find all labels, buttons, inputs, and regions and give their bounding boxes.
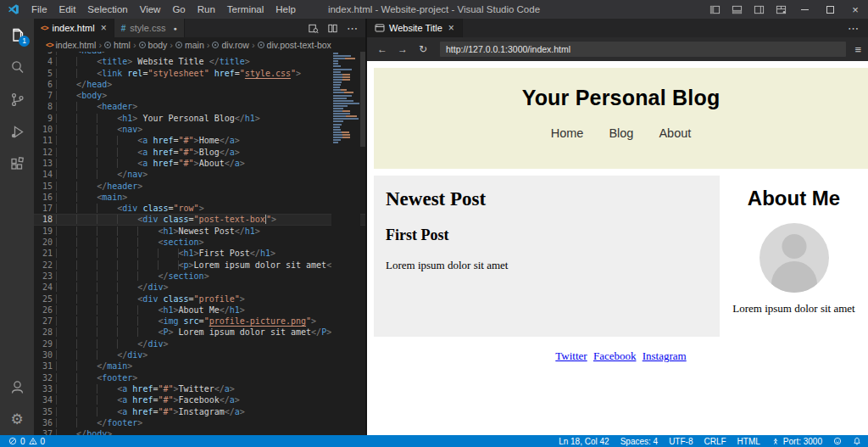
code-line-33[interactable]: 33 <a href="#">Twitter</a>: [34, 383, 365, 394]
menu-view[interactable]: View: [134, 4, 167, 14]
code-line-9[interactable]: 9 <h1> Your Personal Blog</h1>: [34, 113, 365, 124]
code-line-19[interactable]: 19 <h1>Newest Post</h1>: [34, 226, 365, 237]
tab-website-title[interactable]: Website Title ×: [367, 19, 463, 37]
code-line-26[interactable]: 26 <h1>About Me</h1>: [34, 305, 365, 316]
sidebar-item-explorer[interactable]: 1: [0, 19, 34, 51]
code-line-27[interactable]: 27 <img src="profile-picture.png">: [34, 316, 365, 327]
tab-style-css[interactable]: # style.css ●: [114, 19, 185, 37]
line-number: 12: [34, 147, 56, 158]
code-line-10[interactable]: 10 <nav>: [34, 124, 365, 135]
code-line-20[interactable]: 20 <section>: [34, 237, 365, 248]
sidebar-item-search[interactable]: [0, 51, 34, 83]
url-input[interactable]: [440, 42, 846, 57]
menu-terminal[interactable]: Terminal: [221, 4, 270, 14]
code-line-35[interactable]: 35 <a href="#">Instagram</a>: [34, 406, 365, 417]
code-line-30[interactable]: 30 </div>: [34, 349, 365, 360]
more-actions-icon[interactable]: ⋯: [347, 22, 359, 35]
footer-link-facebook[interactable]: Facebook: [593, 349, 637, 362]
split-editor-icon[interactable]: [327, 23, 338, 34]
code-line-25[interactable]: 25 <div class="profile">: [34, 293, 365, 305]
close-icon[interactable]: ×: [448, 22, 454, 34]
close-icon[interactable]: ×: [101, 22, 107, 34]
breadcrumb-main[interactable]: main: [175, 40, 204, 50]
modified-dot-icon[interactable]: ●: [173, 25, 176, 31]
code-line-34[interactable]: 34 <a href="#">Facebook</a>: [34, 394, 365, 405]
code-text: </div>: [56, 338, 168, 349]
code-line-36[interactable]: 36 </footer>: [34, 417, 365, 428]
code-line-5[interactable]: 5 <link rel="stylesheet" href="style.css…: [34, 68, 365, 79]
footer-link-twitter[interactable]: Twitter: [555, 349, 587, 362]
code-line-16[interactable]: 16 <main>: [34, 192, 365, 203]
status-ln-18-col-42[interactable]: Ln 18, Col 42: [559, 437, 609, 446]
breadcrumb-body[interactable]: body: [139, 40, 168, 50]
status-crlf[interactable]: CRLF: [704, 437, 726, 446]
code-line-13[interactable]: 13 <a href="#">About</a>: [34, 158, 365, 169]
minimize-button[interactable]: [792, 0, 817, 19]
open-preview-icon[interactable]: [308, 23, 319, 34]
toggle-secondary-sidebar-icon[interactable]: [748, 0, 770, 19]
maximize-button[interactable]: [817, 0, 843, 19]
sidebar-item-source-control[interactable]: [0, 83, 34, 115]
code-line-23[interactable]: 23 </section>: [34, 271, 365, 282]
code-line-24[interactable]: 24 </div>: [34, 282, 365, 293]
back-icon[interactable]: ←: [374, 43, 391, 55]
sidebar-item-extensions[interactable]: [0, 148, 34, 180]
code-line-4[interactable]: 4 <title> Website Title </title>: [34, 56, 365, 67]
breadcrumb-div-post-text-box[interactable]: div.post-text-box: [258, 40, 331, 50]
breadcrumb-index-html[interactable]: <>index.html: [46, 40, 96, 50]
code-line-8[interactable]: 8 <header>: [34, 101, 365, 112]
toggle-sidebar-icon[interactable]: [704, 0, 726, 19]
code-line-17[interactable]: 17 <div class="row">: [34, 203, 365, 214]
code-line-32[interactable]: 32 <footer>: [34, 372, 365, 383]
code-line-29[interactable]: 29 </div>: [34, 338, 365, 349]
code-editor[interactable]: 3 <head>4 <title> Website Title </title>…: [34, 52, 365, 435]
code-line-6[interactable]: 6 </head>: [34, 79, 365, 90]
menu-go[interactable]: Go: [166, 4, 191, 14]
minimap[interactable]: [331, 52, 360, 435]
forward-icon[interactable]: →: [394, 43, 411, 55]
status-spaces-4[interactable]: Spaces: 4: [620, 437, 658, 446]
page-nav-blog[interactable]: Blog: [609, 126, 633, 140]
code-line-18[interactable]: 18 <div class="post-text-box">: [34, 214, 365, 225]
more-actions-icon[interactable]: ⋯: [848, 22, 868, 35]
code-line-31[interactable]: 31 </main>: [34, 360, 365, 372]
code-line-22[interactable]: 22 <p>Lorem ipsum dolor sit amet</p>: [34, 260, 365, 271]
close-window-button[interactable]: ×: [843, 0, 868, 19]
code-line-7[interactable]: 7 <body>: [34, 90, 365, 101]
code-line-37[interactable]: 37 </body>: [34, 428, 365, 435]
menu-help[interactable]: Help: [270, 4, 302, 14]
browser-menu-icon[interactable]: ≡: [854, 43, 861, 56]
code-line-14[interactable]: 14 </nav>: [34, 169, 365, 180]
chevron-right-icon: ›: [170, 40, 173, 50]
code-line-12[interactable]: 12 <a href="#">Blog</a>: [34, 147, 365, 158]
breadcrumb-html[interactable]: html: [104, 40, 131, 50]
code-line-28[interactable]: 28 <P> Lorem ipsum dolor sit amet</P>: [34, 327, 365, 338]
page-nav-home[interactable]: Home: [551, 126, 584, 140]
reload-icon[interactable]: ↻: [415, 43, 431, 55]
status-utf-8[interactable]: UTF-8: [669, 437, 693, 446]
code-line-11[interactable]: 11 <a href="#">Home</a>: [34, 135, 365, 146]
sidebar-item-run-debug[interactable]: [0, 115, 34, 148]
settings-button[interactable]: ⚙: [0, 403, 34, 435]
feedback-icon[interactable]: [833, 437, 842, 445]
tab-index-html[interactable]: <> index.html ×: [34, 19, 114, 37]
menu-edit[interactable]: Edit: [53, 4, 82, 14]
accounts-button[interactable]: [0, 371, 34, 403]
customize-layout-icon[interactable]: [770, 0, 792, 19]
breadcrumb-div-row[interactable]: div.row: [212, 40, 248, 50]
minimap-line: [333, 108, 343, 109]
page-nav-about[interactable]: About: [659, 126, 691, 140]
toggle-panel-icon[interactable]: [726, 0, 748, 19]
status-html[interactable]: HTML: [737, 437, 760, 446]
editor-scrollbar[interactable]: [360, 52, 365, 147]
menu-file[interactable]: File: [25, 4, 53, 14]
status-port-3000[interactable]: Port: 3000: [771, 437, 822, 446]
code-line-21[interactable]: 21 <h1>First Post</h1>: [34, 248, 365, 259]
bell-icon[interactable]: [853, 437, 861, 445]
menu-selection[interactable]: Selection: [81, 4, 133, 14]
footer-link-instagram[interactable]: Instagram: [643, 349, 687, 362]
problems-status[interactable]: 0 0: [8, 437, 45, 446]
warning-icon: [29, 437, 37, 445]
menu-run[interactable]: Run: [192, 4, 221, 14]
code-line-15[interactable]: 15 </header>: [34, 181, 365, 192]
